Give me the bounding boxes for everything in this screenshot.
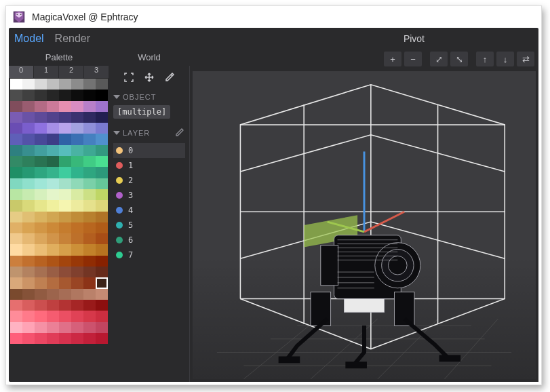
palette-swatch[interactable] [47, 222, 59, 233]
palette-swatch[interactable] [83, 200, 96, 211]
palette-swatch[interactable] [71, 267, 83, 277]
palette-swatch[interactable] [10, 79, 22, 90]
palette-swatch[interactable] [35, 134, 47, 144]
palette-swatch[interactable] [10, 244, 22, 255]
palette-swatch[interactable] [22, 222, 35, 233]
palette-swatch[interactable] [47, 311, 59, 321]
palette-swatch[interactable] [47, 189, 59, 200]
palette-swatch[interactable] [10, 156, 22, 167]
palette-swatch[interactable] [35, 189, 47, 200]
palette-swatch[interactable] [96, 300, 108, 311]
palette-swatch[interactable] [10, 123, 22, 134]
palette-swatch[interactable] [83, 267, 96, 277]
palette-swatch[interactable] [96, 233, 108, 244]
palette-swatch[interactable] [83, 233, 96, 244]
palette-swatch[interactable] [71, 178, 83, 189]
palette-swatch[interactable] [59, 300, 71, 311]
palette-swatch[interactable] [22, 200, 35, 211]
palette-swatch[interactable] [96, 178, 108, 189]
palette-tab-2[interactable]: 2 [59, 66, 84, 78]
palette-swatch[interactable] [47, 156, 59, 167]
mode-render[interactable]: Render [55, 33, 90, 45]
palette-swatch[interactable] [10, 277, 22, 288]
palette-swatch[interactable] [35, 90, 47, 100]
layer-row-4[interactable]: 4 [113, 203, 185, 218]
palette-swatch[interactable] [35, 222, 47, 233]
palette-swatch[interactable] [10, 112, 22, 123]
palette-swatch[interactable] [47, 233, 59, 244]
palette-swatch[interactable] [71, 156, 83, 167]
layer-section-header[interactable]: LAYER [113, 127, 185, 139]
palette-swatch[interactable] [22, 212, 35, 222]
palette-swatch[interactable] [71, 322, 83, 333]
palette-swatch[interactable] [96, 167, 108, 178]
palette-swatch[interactable] [47, 212, 59, 222]
palette-swatch[interactable] [83, 156, 96, 167]
palette-swatch[interactable] [22, 311, 35, 321]
palette-swatch[interactable] [71, 79, 83, 90]
up-button[interactable]: ↑ [476, 52, 494, 66]
down-button[interactable]: ↓ [496, 52, 514, 66]
palette-swatch[interactable] [10, 322, 22, 333]
palette-swatch[interactable] [71, 189, 83, 200]
palette-swatch[interactable] [59, 167, 71, 178]
palette-swatch[interactable] [22, 189, 35, 200]
palette-swatch[interactable] [71, 134, 83, 144]
palette-swatch[interactable] [10, 267, 22, 277]
palette-swatch[interactable] [71, 233, 83, 244]
palette-swatch[interactable] [59, 322, 71, 333]
palette-swatch[interactable] [83, 300, 96, 311]
palette-swatch[interactable] [59, 123, 71, 134]
palette-swatch[interactable] [10, 200, 22, 211]
palette-swatch[interactable] [96, 134, 108, 144]
shrink-button[interactable]: ⤡ [450, 52, 468, 66]
palette-swatch[interactable] [47, 79, 59, 90]
palette-swatch[interactable] [22, 79, 35, 90]
palette-swatch[interactable] [59, 256, 71, 267]
palette-swatch[interactable] [59, 233, 71, 244]
palette-swatch[interactable] [71, 333, 83, 344]
palette-swatch[interactable] [10, 101, 22, 112]
palette-swatch[interactable] [35, 233, 47, 244]
palette-swatch[interactable] [71, 212, 83, 222]
palette-swatch[interactable] [59, 189, 71, 200]
palette-swatch[interactable] [71, 289, 83, 300]
palette-swatch[interactable] [96, 200, 108, 211]
palette-swatch[interactable] [10, 189, 22, 200]
palette-swatch[interactable] [96, 222, 108, 233]
object-section-header[interactable]: OBJECT [113, 93, 185, 101]
palette-swatch[interactable] [59, 112, 71, 123]
palette-swatch[interactable] [22, 90, 35, 100]
palette-swatch[interactable] [47, 267, 59, 277]
palette-swatch[interactable] [47, 123, 59, 134]
palette-swatch[interactable] [35, 256, 47, 267]
palette-swatch[interactable] [22, 333, 35, 344]
palette-swatch[interactable] [96, 322, 108, 333]
layer-row-0[interactable]: 0 [113, 143, 185, 158]
palette-swatch[interactable] [35, 112, 47, 123]
palette-swatch[interactable] [59, 79, 71, 90]
palette-swatch[interactable] [96, 79, 108, 90]
palette-swatch[interactable] [22, 244, 35, 255]
palette-swatch[interactable] [71, 90, 83, 100]
add-button[interactable]: + [384, 52, 401, 66]
palette-swatch[interactable] [71, 222, 83, 233]
palette-swatch[interactable] [35, 79, 47, 90]
palette-swatch[interactable] [47, 134, 59, 144]
palette-swatch[interactable] [22, 101, 35, 112]
palette-swatch[interactable] [71, 277, 83, 288]
palette-swatch[interactable] [83, 145, 96, 156]
palette-swatch[interactable] [71, 244, 83, 255]
palette-swatch[interactable] [83, 322, 96, 333]
palette-swatch[interactable] [35, 178, 47, 189]
palette-swatch[interactable] [71, 300, 83, 311]
palette-swatch[interactable] [96, 333, 108, 344]
palette-swatch[interactable] [83, 289, 96, 300]
palette-swatch[interactable] [83, 277, 96, 288]
palette-swatch[interactable] [59, 134, 71, 144]
palette-swatch[interactable] [96, 256, 108, 267]
palette-swatch[interactable] [35, 277, 47, 288]
palette-swatch[interactable] [59, 222, 71, 233]
palette-swatch[interactable] [96, 145, 108, 156]
palette-swatch[interactable] [22, 322, 35, 333]
